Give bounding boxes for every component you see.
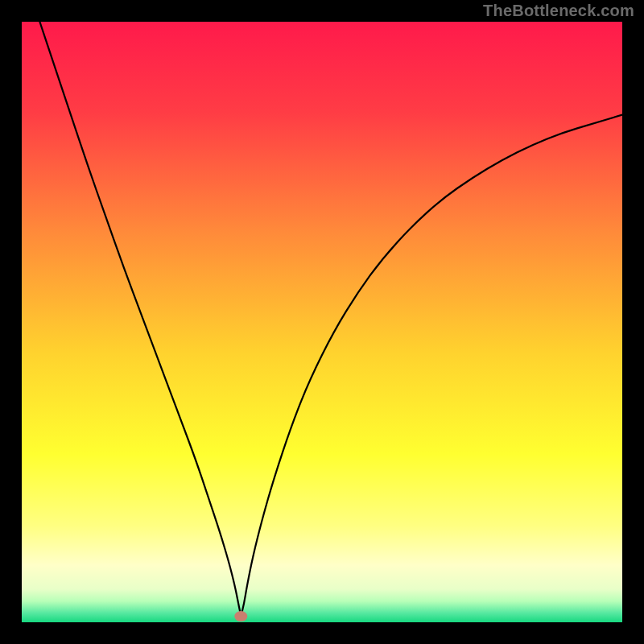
chart-svg — [22, 22, 622, 622]
chart-container: TheBottleneck.com — [0, 0, 644, 644]
optimal-point-marker — [234, 611, 247, 621]
watermark-text: TheBottleneck.com — [483, 2, 634, 20]
plot-area — [22, 22, 622, 622]
gradient-background — [22, 22, 622, 622]
